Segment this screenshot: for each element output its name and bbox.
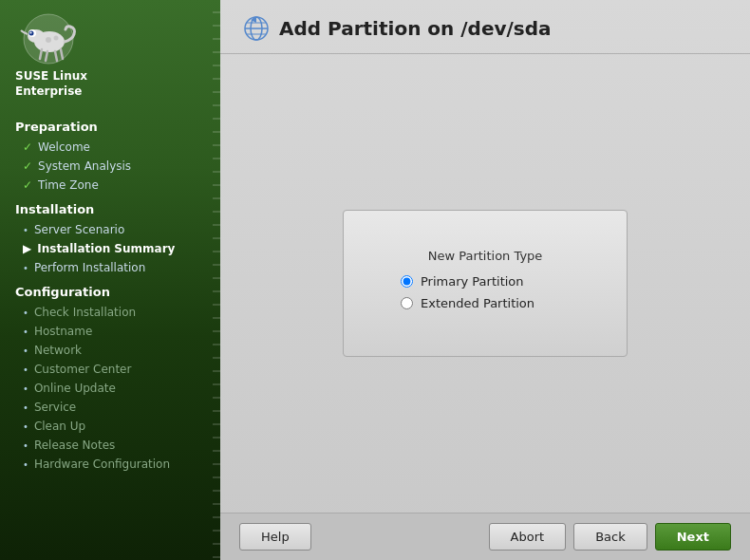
svg-point-5 — [30, 32, 32, 34]
back-button[interactable]: Back — [573, 523, 647, 551]
brand-logo: SUSE Linux Enterprise — [0, 0, 220, 108]
sidebar-item-time-zone[interactable]: ✓ Time Zone — [0, 176, 220, 195]
radio-primary-input[interactable] — [401, 275, 413, 288]
bullet-icon-customer-center: • — [23, 364, 28, 375]
app-container: SUSE Linux Enterprise Preparation ✓ Welc… — [0, 0, 750, 560]
check-icon-system-analysis: ✓ — [23, 159, 32, 173]
radio-extended-input[interactable] — [401, 297, 413, 309]
bullet-icon-clean-up: • — [23, 421, 28, 432]
extended-partition-label: Extended Partition — [421, 296, 534, 310]
bullet-icon-perform-installation: • — [23, 263, 28, 273]
sidebar-nav: Preparation ✓ Welcome ✓ System Analysis … — [0, 108, 220, 560]
abort-button[interactable]: Abort — [489, 523, 567, 551]
content-header: Add Partition on /dev/sda — [220, 0, 750, 54]
sidebar-item-online-update[interactable]: • Online Update — [0, 379, 220, 398]
content-body: New Partition Type Primary Partition Ext… — [220, 54, 750, 513]
footer: Help Abort Back Next — [220, 513, 750, 560]
bullet-icon-service: • — [23, 402, 28, 413]
svg-point-7 — [54, 36, 59, 41]
sidebar-item-service[interactable]: • Service — [0, 398, 220, 417]
sidebar-item-network[interactable]: • Network — [0, 341, 220, 360]
sidebar-item-release-notes[interactable]: • Release Notes — [0, 436, 220, 455]
bullet-icon-hardware-configuration: • — [23, 459, 28, 470]
check-icon-welcome: ✓ — [23, 140, 32, 154]
bullet-icon-network: • — [23, 345, 28, 356]
radio-primary-partition[interactable]: Primary Partition — [401, 274, 570, 289]
arrow-icon-installation-summary: ▶ — [23, 242, 31, 255]
sidebar-item-welcome[interactable]: ✓ Welcome — [0, 138, 220, 157]
bullet-icon-release-notes: • — [23, 440, 28, 451]
next-button[interactable]: Next — [655, 523, 731, 551]
chameleon-icon — [15, 13, 82, 65]
main-content: Add Partition on /dev/sda New Partition … — [220, 0, 750, 560]
section-header-configuration: Configuration — [0, 277, 220, 303]
brand-name: SUSE Linux Enterprise — [15, 69, 87, 99]
check-icon-time-zone: ✓ — [23, 178, 32, 192]
sidebar-item-customer-center[interactable]: • Customer Center — [0, 360, 220, 379]
section-header-preparation: Preparation — [0, 112, 220, 138]
section-header-installation: Installation — [0, 195, 220, 220]
sidebar: SUSE Linux Enterprise Preparation ✓ Welc… — [0, 0, 220, 560]
sidebar-item-check-installation[interactable]: • Check Installation — [0, 303, 220, 322]
bullet-icon-check-installation: • — [23, 308, 28, 318]
partition-type-label: New Partition Type — [401, 249, 570, 263]
bullet-icon-hostname: • — [23, 327, 28, 337]
partition-panel: New Partition Type Primary Partition Ext… — [343, 210, 628, 357]
sidebar-item-clean-up[interactable]: • Clean Up — [0, 417, 220, 436]
sidebar-item-server-scenario[interactable]: • Server Scenario — [0, 220, 220, 239]
page-title: Add Partition on /dev/sda — [279, 17, 552, 40]
help-button[interactable]: Help — [239, 523, 311, 551]
globe-icon — [243, 15, 270, 42]
sidebar-item-hostname[interactable]: • Hostname — [0, 322, 220, 341]
bullet-icon-server-scenario: • — [23, 225, 28, 235]
radio-extended-partition[interactable]: Extended Partition — [401, 296, 570, 310]
footer-right: Abort Back Next — [489, 523, 731, 551]
bullet-icon-online-update: • — [23, 383, 28, 394]
svg-point-6 — [46, 37, 51, 43]
sidebar-item-system-analysis[interactable]: ✓ System Analysis — [0, 157, 220, 176]
sidebar-item-perform-installation[interactable]: • Perform Installation — [0, 258, 220, 277]
sidebar-item-hardware-configuration[interactable]: • Hardware Configuration — [0, 455, 220, 474]
sidebar-item-installation-summary[interactable]: ▶ Installation Summary — [0, 239, 220, 258]
footer-left: Help — [239, 523, 311, 551]
primary-partition-label: Primary Partition — [421, 274, 524, 289]
